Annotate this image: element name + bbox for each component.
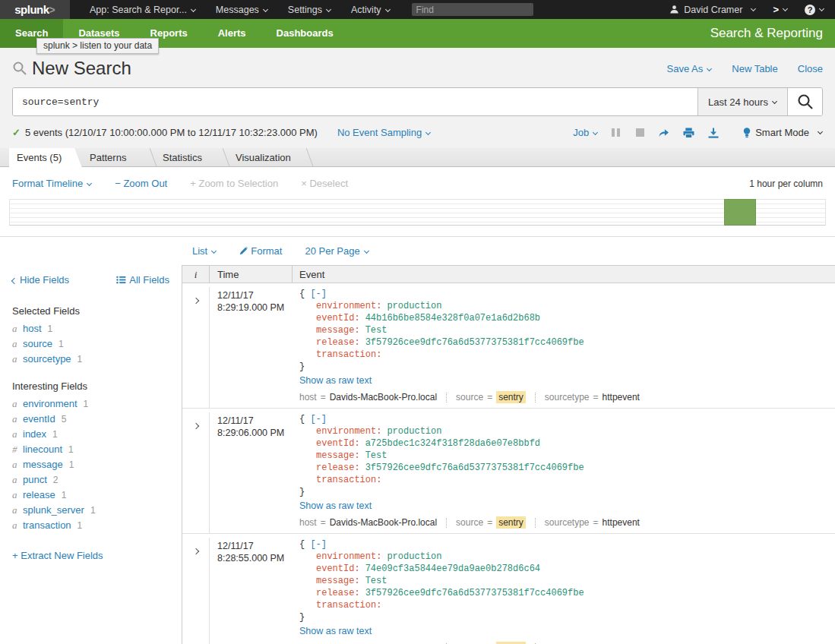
json-key[interactable]: message bbox=[316, 576, 354, 586]
search-icon bbox=[797, 93, 814, 110]
settings-menu[interactable]: Settings bbox=[288, 5, 331, 15]
expand-event-button[interactable] bbox=[182, 538, 210, 644]
field-message[interactable]: amessage1 bbox=[12, 459, 169, 474]
pencil-icon bbox=[239, 246, 248, 255]
nav-dashboards[interactable]: Dashboards bbox=[261, 19, 349, 48]
json-key[interactable]: transaction bbox=[316, 600, 376, 611]
format-results-button[interactable]: Format bbox=[239, 245, 282, 257]
json-value[interactable]: Test bbox=[365, 576, 387, 586]
help-menu[interactable]: ? bbox=[805, 5, 824, 15]
find-input[interactable] bbox=[412, 3, 533, 16]
event-time[interactable]: 12/11/178:28:55.000 PM bbox=[210, 538, 293, 644]
collapse-json-button[interactable]: [-] bbox=[310, 539, 327, 550]
tab-statistics[interactable]: Statistics bbox=[155, 148, 228, 166]
field-type-icon: a bbox=[12, 489, 23, 501]
run-search-button[interactable] bbox=[787, 88, 822, 115]
top-bar: splunk> App: Search & Repor... Messages … bbox=[0, 0, 835, 19]
app-menu[interactable]: App: Search & Repor... bbox=[90, 5, 196, 15]
job-menu[interactable]: Job bbox=[573, 127, 598, 138]
field-host[interactable]: ahost1 bbox=[12, 323, 169, 338]
all-fields-button[interactable]: All Fields bbox=[116, 274, 169, 286]
host-value[interactable]: Davids-MacBook-Pro.local bbox=[330, 517, 437, 528]
pause-job-button[interactable] bbox=[612, 128, 622, 137]
json-value[interactable]: 3f57926cee9dfc76a6d5377375381f7cc4069fbe bbox=[365, 462, 584, 473]
timeline-bar[interactable] bbox=[725, 200, 755, 225]
field-linecount[interactable]: #linecount1 bbox=[12, 444, 169, 459]
splunk-logo[interactable]: splunk> bbox=[0, 0, 70, 19]
json-key[interactable]: message bbox=[316, 325, 354, 336]
json-key[interactable]: release bbox=[316, 462, 354, 473]
event-time[interactable]: 12/11/178:29:19.000 PM bbox=[210, 287, 293, 408]
expand-event-button[interactable] bbox=[182, 412, 210, 533]
per-page-menu[interactable]: 20 Per Page bbox=[305, 245, 368, 257]
json-value[interactable]: Test bbox=[365, 325, 387, 336]
json-key[interactable]: eventId bbox=[316, 438, 354, 449]
json-key[interactable]: transaction bbox=[316, 349, 376, 360]
field-punct[interactable]: apunct2 bbox=[12, 474, 169, 489]
collapse-json-button[interactable]: [-] bbox=[310, 289, 327, 299]
source-value[interactable]: sentry bbox=[496, 516, 526, 529]
json-value[interactable]: production bbox=[387, 426, 441, 437]
time-range-picker[interactable]: Last 24 hours bbox=[697, 88, 787, 115]
format-timeline-menu[interactable]: Format Timeline bbox=[12, 178, 92, 189]
list-view-menu[interactable]: List bbox=[192, 245, 217, 257]
source-value[interactable]: sentry bbox=[496, 391, 526, 403]
json-value[interactable]: production bbox=[387, 551, 441, 562]
show-raw-text-link[interactable]: Show as raw text bbox=[299, 500, 372, 511]
json-key[interactable]: transaction bbox=[316, 475, 376, 485]
field-index[interactable]: aindex1 bbox=[12, 428, 169, 444]
zoom-out-button[interactable]: − Zoom Out bbox=[115, 178, 167, 189]
events-timeline-chart[interactable] bbox=[9, 199, 826, 226]
sourcetype-value[interactable]: httpevent bbox=[603, 392, 640, 402]
json-key[interactable]: eventId bbox=[316, 564, 354, 574]
field-release[interactable]: arelease1 bbox=[12, 489, 169, 504]
save-as-button[interactable]: Save As bbox=[667, 63, 713, 74]
event-sampling-menu[interactable]: No Event Sampling bbox=[337, 127, 431, 138]
field-eventid[interactable]: aeventId5 bbox=[12, 413, 169, 428]
json-value[interactable]: Test bbox=[365, 450, 387, 461]
extract-new-fields-button[interactable]: + Extract New Fields bbox=[12, 550, 103, 561]
stop-job-button[interactable] bbox=[636, 128, 644, 137]
hide-fields-button[interactable]: Hide Fields bbox=[12, 274, 69, 286]
sourcetype-value[interactable]: httpevent bbox=[603, 517, 640, 528]
collapse-json-button[interactable]: [-] bbox=[310, 414, 327, 425]
json-key[interactable]: environment bbox=[316, 426, 376, 437]
nav-alerts[interactable]: Alerts bbox=[203, 19, 261, 48]
tab-visualization[interactable]: Visualization bbox=[228, 148, 312, 166]
close-button[interactable]: Close bbox=[798, 63, 823, 74]
new-table-button[interactable]: New Table bbox=[732, 63, 777, 74]
host-value[interactable]: Davids-MacBook-Pro.local bbox=[330, 392, 437, 402]
json-value[interactable]: production bbox=[387, 301, 441, 311]
json-key[interactable]: release bbox=[316, 337, 354, 348]
user-menu[interactable]: David Cramer bbox=[669, 5, 756, 15]
expand-event-button[interactable] bbox=[182, 287, 210, 408]
json-value[interactable]: 3f57926cee9dfc76a6d5377375381f7cc4069fbe bbox=[365, 337, 584, 348]
field-splunk-server[interactable]: asplunk_server1 bbox=[12, 504, 169, 519]
json-key[interactable]: environment bbox=[316, 551, 376, 562]
show-raw-text-link[interactable]: Show as raw text bbox=[299, 375, 372, 386]
field-source[interactable]: asource1 bbox=[12, 338, 169, 353]
search-mode-menu[interactable]: Smart Mode bbox=[743, 127, 823, 138]
field-environment[interactable]: aenvironment1 bbox=[12, 398, 169, 413]
search-query-input[interactable] bbox=[13, 88, 697, 115]
messages-menu[interactable]: Messages bbox=[216, 5, 268, 15]
json-value[interactable]: a725bdec1c324f318f28da6e07e8bbfd bbox=[365, 438, 540, 449]
json-value[interactable]: 74e09cf3a5844ee79da9ae0b278d6c64 bbox=[365, 564, 540, 574]
json-key[interactable]: eventId bbox=[316, 313, 354, 324]
json-key[interactable]: release bbox=[316, 588, 354, 598]
json-value[interactable]: 44b16b6be8584e328f0a07e1a6d2b68b bbox=[365, 313, 540, 324]
json-value[interactable]: 3f57926cee9dfc76a6d5377375381f7cc4069fbe bbox=[365, 588, 584, 598]
json-key[interactable]: environment bbox=[316, 301, 376, 311]
share-job-button[interactable] bbox=[658, 128, 669, 137]
tab-events[interactable]: Events (5) bbox=[9, 148, 82, 168]
tab-patterns[interactable]: Patterns bbox=[82, 148, 155, 166]
show-raw-text-link[interactable]: Show as raw text bbox=[299, 626, 372, 636]
activity-menu[interactable]: Activity bbox=[351, 5, 391, 15]
event-time[interactable]: 12/11/178:29:06.000 PM bbox=[210, 412, 293, 533]
json-key[interactable]: message bbox=[316, 450, 354, 461]
field-transaction[interactable]: atransaction1 bbox=[12, 519, 169, 535]
field-sourcetype[interactable]: asourcetype1 bbox=[12, 353, 169, 368]
console-menu[interactable]: > bbox=[773, 4, 788, 15]
print-button[interactable] bbox=[683, 128, 694, 138]
export-button[interactable] bbox=[708, 128, 719, 138]
